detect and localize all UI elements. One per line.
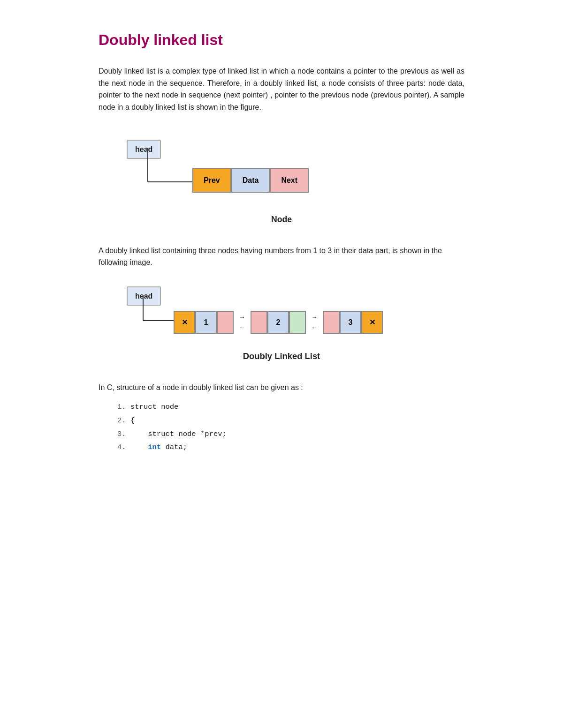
line-num-4: 4. bbox=[117, 442, 130, 453]
cell-data: Data bbox=[231, 168, 270, 193]
line-num-2: 2. bbox=[117, 415, 130, 427]
ll-cell-2: 2 bbox=[267, 311, 289, 334]
ll-cell-3: 3 bbox=[340, 311, 361, 334]
node-diagram: head Prev Data Next bbox=[99, 130, 464, 205]
ll-cell-2r bbox=[289, 311, 306, 334]
line-code-4: int data; bbox=[130, 442, 187, 453]
ll-node-3: 3 ✕ bbox=[323, 311, 383, 334]
code-line-1: 1. struct node bbox=[117, 401, 464, 413]
line-code-3: struct node *prev; bbox=[130, 428, 227, 440]
code-intro-text: In C, structure of a node in doubly link… bbox=[99, 382, 464, 394]
page-container: Doubly linked list Doubly linked list is… bbox=[80, 0, 483, 491]
connector-1-2: → ← bbox=[234, 312, 251, 333]
line-num-3: 3. bbox=[117, 428, 130, 440]
node-diagram-caption: Node bbox=[99, 213, 464, 226]
node-cells: Prev Data Next bbox=[192, 168, 309, 193]
line-code-1: struct node bbox=[130, 401, 178, 413]
cell-next: Next bbox=[270, 168, 309, 193]
code-line-3: 3. struct node *prev; bbox=[117, 428, 464, 440]
ll-cell-x2: ✕ bbox=[361, 311, 383, 334]
between-text: A doubly linked list containing three no… bbox=[99, 245, 464, 269]
ll-cell-1r bbox=[217, 311, 234, 334]
code-line-2: 2. { bbox=[117, 415, 464, 427]
ll-cell-2l bbox=[251, 311, 267, 334]
line-code-2: { bbox=[130, 415, 135, 427]
ll-diagram-caption: Doubly Linked List bbox=[99, 349, 464, 363]
code-list: 1. struct node 2. { 3. struct node *prev… bbox=[117, 401, 464, 453]
ll-cell-3l bbox=[323, 311, 340, 334]
intro-paragraph: Doubly linked list is a complex type of … bbox=[99, 65, 464, 113]
page-title: Doubly linked list bbox=[99, 28, 464, 52]
keyword-int: int bbox=[148, 443, 161, 451]
ll-nodes-row: ✕ 1 → ← 2 → ← bbox=[174, 311, 383, 334]
node-diagram-section: head Prev Data Next bbox=[99, 130, 464, 226]
ll-node-1: ✕ 1 bbox=[174, 311, 234, 334]
linked-list-diagram: head ✕ 1 → ← bbox=[99, 282, 464, 343]
code-section: In C, structure of a node in doubly link… bbox=[99, 382, 464, 453]
cell-prev: Prev bbox=[192, 168, 231, 193]
ll-node-2: 2 bbox=[251, 311, 306, 334]
code-line-4: 4. int data; bbox=[117, 442, 464, 453]
connector-2-3: → ← bbox=[306, 312, 323, 333]
ll-cell-x1: ✕ bbox=[174, 311, 195, 334]
line-num-1: 1. bbox=[117, 401, 130, 413]
linked-list-diagram-section: head ✕ 1 → ← bbox=[99, 282, 464, 363]
ll-cell-1: 1 bbox=[195, 311, 217, 334]
